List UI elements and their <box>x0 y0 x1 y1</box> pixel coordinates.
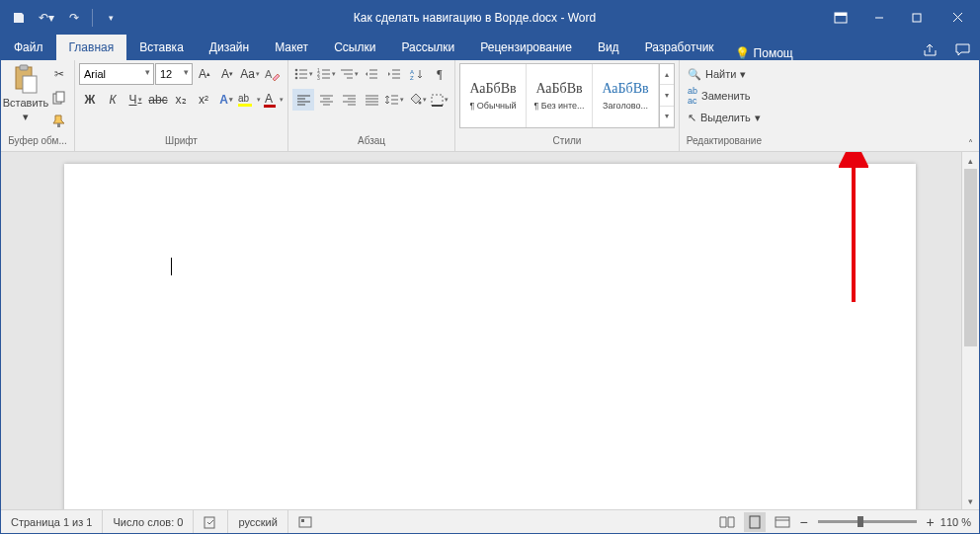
style-normal[interactable]: АаБбВв ¶ Обычный <box>460 64 527 127</box>
font-size-combo[interactable]: 12 <box>155 63 193 85</box>
tab-developer[interactable]: Разработчик <box>632 35 727 60</box>
italic-button[interactable]: К <box>102 89 123 111</box>
tab-design[interactable]: Дизайн <box>197 35 262 60</box>
clear-formatting-button[interactable]: A <box>262 63 284 85</box>
copy-button[interactable] <box>48 87 70 109</box>
comments-button[interactable] <box>947 43 979 60</box>
text-cursor <box>171 258 172 275</box>
bullets-icon <box>294 68 308 80</box>
format-painter-button[interactable] <box>48 111 70 132</box>
chevron-down-icon: ▾ <box>23 111 29 123</box>
highlighter-icon: ab <box>238 92 256 108</box>
decrease-indent-button[interactable] <box>361 63 382 85</box>
text-effects-button[interactable]: A▾ <box>215 89 237 111</box>
page[interactable] <box>64 164 916 509</box>
ribbon: Вставить ▾ ✂ Буфер обм... Ar <box>1 60 979 152</box>
line-spacing-button[interactable]: ▾ <box>383 89 405 111</box>
superscript-button[interactable]: x² <box>193 89 214 111</box>
align-right-icon <box>343 95 356 106</box>
align-center-button[interactable] <box>315 89 337 111</box>
style-heading1[interactable]: АаБбВв Заголово... <box>593 64 659 127</box>
styles-more[interactable]: ▴ ▾ ▾ <box>659 64 674 127</box>
tab-layout[interactable]: Макет <box>262 35 321 60</box>
group-label-styles: Стили <box>459 133 675 151</box>
align-left-button[interactable] <box>292 89 314 111</box>
style-no-spacing[interactable]: АаБбВв ¶ Без инте... <box>527 64 593 127</box>
font-color-button[interactable]: A▾ <box>262 89 284 111</box>
qat-customize-icon[interactable]: ▾ <box>99 6 122 30</box>
view-web-layout[interactable] <box>772 512 793 532</box>
tab-insert[interactable]: Вставка <box>126 35 197 60</box>
chevron-up-icon: ▴ <box>660 64 674 85</box>
tab-file[interactable]: Файл <box>1 35 56 60</box>
bullets-button[interactable]: ▾ <box>292 63 314 85</box>
chevron-down-icon: ▾ <box>755 112 761 124</box>
scroll-thumb[interactable] <box>964 169 977 346</box>
svg-point-59 <box>418 102 421 105</box>
svg-point-21 <box>294 77 297 80</box>
title-bar: ↶▾ ↷ ▾ Как сделать навигацию в Ворде.doc… <box>1 1 979 34</box>
numbering-button[interactable]: 123▾ <box>315 63 337 85</box>
group-editing: 🔍 Найти ▾ abac Заменить ↖ Выделить ▾ Ред… <box>680 60 769 151</box>
tab-review[interactable]: Рецензирование <box>467 35 585 60</box>
font-name-combo[interactable]: Arial <box>79 63 154 85</box>
zoom-level[interactable]: 110 % <box>940 516 971 528</box>
tab-mailings[interactable]: Рассылки <box>388 35 467 60</box>
show-marks-button[interactable]: ¶ <box>429 63 450 85</box>
cursor-icon: ↖ <box>688 112 696 124</box>
status-page[interactable]: Страница 1 из 1 <box>1 510 103 533</box>
view-read-mode[interactable] <box>716 512 738 532</box>
sort-button[interactable]: AZ <box>406 63 428 85</box>
status-macros[interactable] <box>288 510 322 533</box>
indent-icon <box>387 68 401 80</box>
status-language[interactable]: русский <box>228 510 287 533</box>
change-case-button[interactable]: Aa▾ <box>239 63 261 85</box>
paste-button[interactable]: Вставить ▾ <box>5 63 46 123</box>
redo-icon[interactable]: ↷ <box>62 6 86 30</box>
quick-access-toolbar: ↶▾ ↷ ▾ <box>1 6 128 30</box>
tab-view[interactable]: Вид <box>585 35 632 60</box>
ribbon-display-options-icon[interactable] <box>821 1 860 34</box>
undo-icon[interactable]: ↶▾ <box>35 6 58 30</box>
collapse-ribbon-button[interactable]: ˄ <box>968 138 973 149</box>
select-button[interactable]: ↖ Выделить ▾ <box>684 107 765 128</box>
read-mode-icon <box>719 516 735 528</box>
zoom-slider[interactable] <box>818 520 917 523</box>
minimize-button[interactable] <box>860 1 898 34</box>
scissors-icon: ✂ <box>54 67 64 81</box>
highlight-button[interactable]: ab▾ <box>238 89 261 111</box>
replace-button[interactable]: abac Заменить <box>684 85 754 107</box>
zoom-in-button[interactable]: + <box>927 514 935 530</box>
tab-references[interactable]: Ссылки <box>321 35 388 60</box>
grow-font-button[interactable]: A▴ <box>194 63 215 85</box>
scroll-track[interactable] <box>962 169 979 493</box>
multilevel-list-button[interactable]: ▾ <box>338 63 360 85</box>
find-button[interactable]: 🔍 Найти ▾ <box>684 63 750 85</box>
tell-me-search[interactable]: 💡 Помощ <box>727 46 801 60</box>
tab-home[interactable]: Главная <box>56 35 127 60</box>
group-styles: АаБбВв ¶ Обычный АаБбВв ¶ Без инте... Аа… <box>455 60 680 151</box>
share-button[interactable] <box>916 43 947 60</box>
status-proofing[interactable] <box>194 510 228 533</box>
shrink-font-button[interactable]: A▾ <box>216 63 238 85</box>
zoom-out-button[interactable]: − <box>799 514 807 530</box>
justify-button[interactable] <box>361 89 382 111</box>
cut-button[interactable]: ✂ <box>48 63 70 85</box>
vertical-scrollbar[interactable]: ▴ ▾ <box>961 152 979 509</box>
align-right-button[interactable] <box>338 89 360 111</box>
close-button[interactable] <box>936 1 979 34</box>
shading-button[interactable]: ▾ <box>406 89 428 111</box>
bold-button[interactable]: Ж <box>79 89 101 111</box>
maximize-button[interactable] <box>898 1 936 34</box>
view-print-layout[interactable] <box>744 512 766 532</box>
subscript-button[interactable]: x₂ <box>170 89 192 111</box>
scroll-down-icon[interactable]: ▾ <box>962 493 979 509</box>
more-icon: ▾ <box>660 107 674 127</box>
borders-button[interactable]: ▾ <box>429 89 450 111</box>
increase-indent-button[interactable] <box>383 63 405 85</box>
strikethrough-button[interactable]: abc <box>147 89 169 111</box>
status-word-count[interactable]: Число слов: 0 <box>103 510 194 533</box>
underline-button[interactable]: Ч▾ <box>124 89 146 111</box>
scroll-up-icon[interactable]: ▴ <box>962 152 979 169</box>
save-icon[interactable] <box>7 6 31 30</box>
